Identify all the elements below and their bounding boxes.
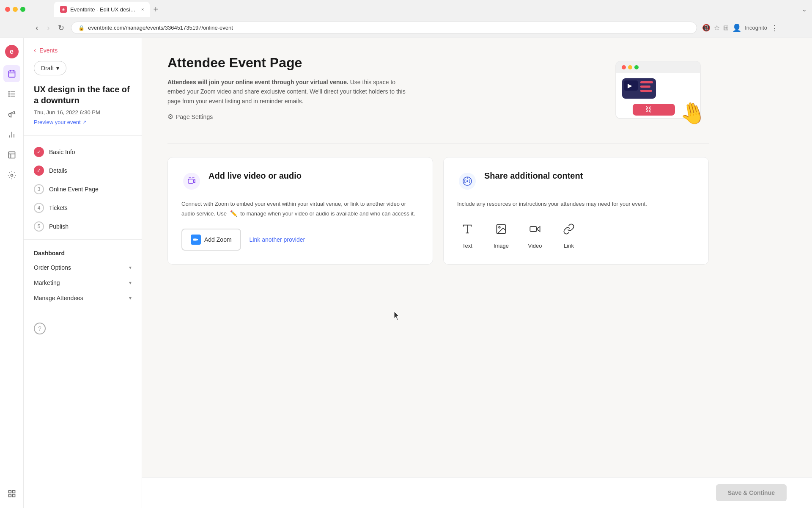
svg-rect-15 [8,491,11,493]
grid-nav-icon[interactable] [3,485,20,502]
video-icon [525,219,545,239]
link-icon-label: Link [564,243,574,249]
tab-close-button[interactable]: × [141,7,144,12]
sidebar-item-online-event-page[interactable]: 3 Online Event Page [24,180,142,199]
app-layout: e [0,38,812,508]
sidebar-item-tickets[interactable]: 4 Tickets [24,199,142,217]
order-options-chevron-icon: ▾ [129,265,132,271]
video-icon-label: Video [528,243,542,249]
nav-label-online-event-page: Online Event Page [49,186,99,193]
forward-button[interactable]: › [45,21,52,34]
new-tab-button[interactable]: + [150,3,162,16]
incognito-button[interactable]: Incognito [745,25,767,31]
svg-point-41 [499,226,500,228]
sidebar-item-details[interactable]: ✓ Details [24,161,142,180]
video-card-actions: Add Zoom Link another provider [181,229,419,251]
user-avatar-icon: 👤 [732,23,741,33]
tab-title: Eventbrite - Edit UX design in... [70,6,138,13]
order-options-label: Order Options [34,264,71,271]
svg-point-22 [622,65,626,69]
main-content: Attendee Event Page Attendees will join … [142,38,812,508]
page-title: Attendee Event Page [167,55,590,71]
nav-label-details: Details [49,167,67,174]
share-card-icon [457,171,477,191]
chart-nav-icon[interactable] [3,126,20,143]
svg-rect-16 [12,491,15,493]
image-icon-label: Image [494,243,509,249]
sidebar-item-dashboard[interactable]: Dashboard [24,246,142,260]
svg-rect-18 [12,494,15,497]
extensions-icon[interactable]: ⊞ [723,24,729,32]
megaphone-nav-icon[interactable] [3,106,20,123]
pencil-inline-icon: ✏️ [230,210,237,217]
video-card-desc-part2: to manage when your video or audio is av… [240,210,415,217]
bookmark-icon[interactable]: ☆ [714,24,720,32]
share-icons-list: Text Image [457,219,695,249]
event-title: UX design in the face of a downturn [24,84,142,106]
nav-label-publish: Publish [49,223,69,230]
sidebar-item-basic-info[interactable]: ✓ Basic Info [24,143,142,161]
share-content-card: Share additional content Include any res… [443,157,709,265]
browser-action-buttons: 📵 ☆ ⊞ 👤 Incognito ⋮ [702,23,778,33]
preview-event-link[interactable]: Preview your event ↗ [24,119,142,125]
nav-number-icon-publish: 5 [34,221,44,232]
calendar-nav-icon[interactable] [3,65,20,82]
help-button[interactable]: ? [34,323,46,334]
svg-rect-30 [640,90,652,92]
browser-menu-icon[interactable]: ⋮ [771,23,778,33]
share-image-button[interactable]: Image [491,219,511,249]
back-to-events-link[interactable]: ‹ Events [24,47,142,61]
svg-rect-42 [530,226,536,232]
add-zoom-button[interactable]: Add Zoom [181,229,241,251]
building-nav-icon[interactable] [3,146,20,163]
share-video-button[interactable]: Video [525,219,545,249]
text-icon-label: Text [462,243,472,249]
close-window-button[interactable] [5,7,10,12]
minimize-window-button[interactable] [13,7,18,12]
link-provider-button[interactable]: Link another provider [250,236,305,243]
sidebar-section-divider [24,239,142,240]
share-card-description: Include any resources or instructions yo… [457,200,695,209]
nav-number-icon-tickets: 4 [34,203,44,213]
svg-point-24 [634,65,639,69]
maximize-window-button[interactable] [20,7,25,12]
svg-rect-13 [8,152,15,158]
sidebar-item-marketing[interactable]: Marketing ▾ [24,275,142,290]
browser-expand-icon[interactable]: ⌄ [802,6,807,13]
incognito-label: Incognito [745,25,767,31]
sidebar-item-publish[interactable]: 5 Publish [24,217,142,236]
list-nav-icon[interactable] [3,86,20,102]
svg-rect-29 [640,86,650,88]
url-text: eventbrite.com/manage/events/33645173519… [88,25,233,31]
page-settings-link[interactable]: ⚙ Page Settings [167,113,590,121]
eventbrite-logo[interactable]: e [5,45,19,58]
back-button[interactable]: ‹ [34,21,40,34]
svg-text:▶: ▶ [628,82,632,89]
save-continue-button[interactable]: Save & Continue [716,484,787,501]
sidebar-item-manage-attendees[interactable]: Manage Attendees ▾ [24,290,142,306]
share-link-button[interactable]: Link [559,219,579,249]
svg-text:⛓: ⛓ [645,106,652,113]
draft-status-button[interactable]: Draft ▾ [34,61,66,75]
svg-point-34 [183,173,200,190]
back-arrow-icon: ‹ [34,47,36,54]
nav-check-icon-basic-info: ✓ [34,147,44,157]
draft-chevron-icon: ▾ [56,65,59,72]
svg-marker-43 [537,226,540,232]
video-card-header: Add live video or audio [181,171,419,191]
share-text-button[interactable]: Text [457,219,477,249]
image-icon [491,219,511,239]
preview-link-label: Preview your event [34,119,81,125]
browser-tab-active[interactable]: e Eventbrite - Edit UX design in... × [54,2,150,17]
share-card-header: Share additional content [457,171,695,191]
share-card-title: Share additional content [484,171,583,181]
link-icon [559,219,579,239]
nav-number-icon-online-event: 3 [34,184,44,194]
browser-topbar: e Eventbrite - Edit UX design in... × + … [0,0,812,19]
svg-point-8 [8,94,9,94]
sidebar-item-order-options[interactable]: Order Options ▾ [24,260,142,275]
gear-nav-icon[interactable] [3,167,20,184]
svg-point-23 [628,65,632,69]
url-bar[interactable]: 🔒 eventbrite.com/manage/events/336451735… [71,22,697,34]
refresh-button[interactable]: ↻ [56,22,66,34]
